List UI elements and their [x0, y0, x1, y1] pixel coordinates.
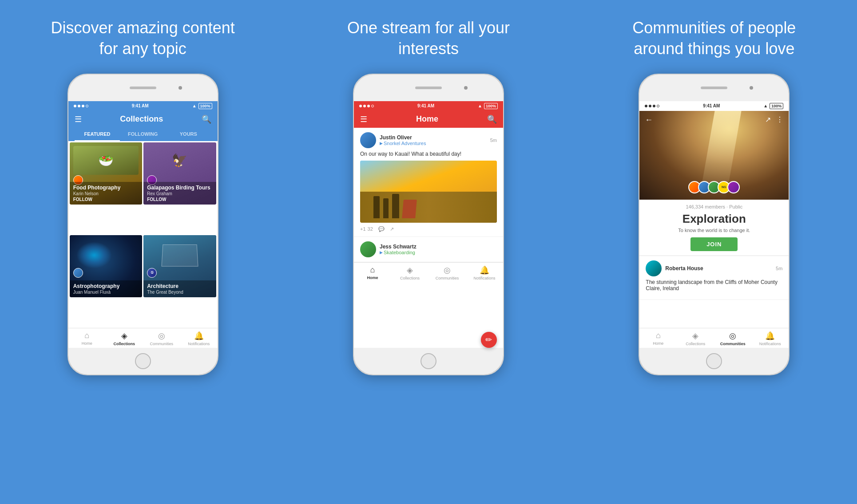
nav-communities-label-3: Communities	[720, 342, 746, 346]
post-preview-info: Jess Schwartz ▶ Skateboarding	[380, 244, 417, 255]
status-time-3: 9:41 AM	[703, 103, 720, 108]
avatar-juan	[73, 268, 83, 278]
nav-notif-label-1: Notifications	[188, 342, 210, 346]
dot2-2	[363, 105, 366, 107]
speaker-2	[415, 87, 442, 89]
home-button-2[interactable]	[421, 353, 436, 369]
compose-fab[interactable]: ✏	[481, 332, 497, 348]
status-right-3: ▲ 100%	[763, 103, 783, 109]
communities-icon-1: ◎	[158, 331, 165, 341]
dot3-4	[657, 105, 659, 107]
nav-home-label-2: Home	[367, 276, 378, 280]
phone-top-3	[639, 75, 789, 101]
plus-one-count: 32	[368, 226, 373, 232]
card-author-food: Karin Nelson	[73, 191, 139, 196]
tab-yours[interactable]: YOURS	[166, 128, 211, 141]
nav-home-2[interactable]: ⌂ Home	[354, 265, 391, 280]
post-username-1: Justin Oliver	[380, 134, 487, 141]
share-icon-3[interactable]: ↗	[765, 115, 771, 125]
home-button-1[interactable]	[135, 353, 151, 369]
search-icon-1[interactable]: 🔍	[202, 114, 211, 124]
nav-communities-1[interactable]: ◎ Communities	[143, 331, 180, 346]
community-header-icons: ← ↗ ⋮	[639, 115, 789, 125]
dot3-1	[645, 105, 647, 107]
roberta-info: Roberta House	[665, 265, 772, 272]
nav-communities-label-1: Communities	[150, 342, 173, 346]
next-post-community[interactable]: ▶ Skateboarding	[380, 250, 417, 255]
card-food-photography[interactable]: 🥗 Food Photography Karin Nelson FOLLOW	[70, 142, 143, 205]
community-desc: To know the world is to change it.	[646, 228, 782, 233]
post-community-1[interactable]: ▶ Snorkel Adventures	[380, 141, 487, 146]
plus-one-btn[interactable]: +1 32	[360, 226, 373, 232]
nav-communities-3[interactable]: ◎ Communities	[714, 331, 751, 346]
menu-icon-1[interactable]: ☰	[75, 114, 82, 124]
post-card-1: Justin Oliver ▶ Snorkel Adventures 5m On…	[354, 128, 503, 237]
nav-home-1[interactable]: ⌂ Home	[68, 331, 106, 346]
nav-notifications-3[interactable]: 🔔 Notifications	[751, 331, 789, 346]
post-card-preview: Jess Schwartz ▶ Skateboarding	[354, 237, 503, 262]
nav-collections-2[interactable]: ◈ Collections	[391, 265, 428, 280]
back-icon[interactable]: ←	[645, 115, 653, 125]
signal-dots-1	[74, 105, 88, 107]
header-actions: ↗ ⋮	[765, 115, 783, 125]
battery-3: 100%	[770, 103, 783, 109]
nav-communities-label-2: Communities	[436, 276, 459, 280]
panel-stream: One stream for all your interests 9:41 A…	[286, 0, 571, 504]
dot3-3	[653, 105, 655, 107]
panel2-title: One stream for all your interests	[331, 18, 526, 59]
card-architecture[interactable]: ① Architecture The Great Beyond	[143, 235, 216, 297]
post-image-1	[360, 161, 497, 223]
search-icon-2[interactable]: 🔍	[487, 114, 497, 124]
wifi-icon-3: ▲	[763, 103, 768, 108]
nav-home-3[interactable]: ⌂ Home	[639, 331, 677, 346]
card-title-astro: Astrophotography	[73, 283, 139, 289]
status-time-2: 9:41 AM	[417, 103, 434, 108]
nebula-visual	[76, 242, 112, 268]
tab-following[interactable]: FOLLOWING	[120, 128, 166, 141]
more-icon[interactable]: ⋮	[776, 115, 783, 125]
battery-2: 100%	[484, 103, 498, 109]
nav-communities-2[interactable]: ◎ Communities	[428, 265, 466, 280]
community-name: Exploration	[646, 212, 782, 226]
share-btn[interactable]: ↗	[390, 226, 394, 232]
collections-icon-2: ◈	[407, 265, 413, 275]
menu-icon-2[interactable]: ☰	[360, 114, 367, 124]
bottom-nav-3: ⌂ Home ◈ Collections ◎ Communities 🔔 Not…	[639, 328, 789, 348]
phone-2: 9:41 AM ▲ 100% ☰ Home 🔍	[353, 74, 504, 375]
card-astro[interactable]: Astrophotography Juan Manuel Fluxà	[70, 235, 143, 297]
nav-collections-label-2: Collections	[400, 276, 420, 280]
share-icon: ↗	[390, 226, 394, 232]
roberta-avatar	[646, 260, 662, 276]
card-galapagos[interactable]: 🦅 Galapagos Birding Tours Rex Graham FOL…	[143, 142, 216, 205]
post-actions-1: +1 32 💬 ↗	[360, 226, 497, 232]
nav-notifications-2[interactable]: 🔔 Notifications	[466, 265, 503, 280]
status-right-1: ▲ 100%	[192, 103, 212, 109]
card-follow-galapagos[interactable]: FOLLOW	[147, 197, 213, 202]
collections-grid: 🥗 Food Photography Karin Nelson FOLLOW	[68, 141, 218, 328]
nav-collections-1[interactable]: ◈ Collections	[106, 331, 143, 346]
header-title-2: Home	[416, 114, 438, 124]
tab-featured[interactable]: FEATURED	[75, 128, 120, 141]
join-button[interactable]: JOIN	[690, 237, 738, 251]
nav-notifications-1[interactable]: 🔔 Notifications	[180, 331, 218, 346]
phone-1: 9:41 AM ▲ 100% ☰ Collections 🔍 FEATURED …	[67, 74, 218, 375]
card-overlay-arch: Architecture The Great Beyond	[143, 280, 216, 297]
nav-collections-3[interactable]: ◈ Collections	[677, 331, 714, 346]
nav-notif-label-2: Notifications	[473, 276, 495, 280]
card-follow-food[interactable]: FOLLOW	[73, 197, 139, 202]
speaker-1	[130, 87, 156, 89]
dot3-2	[649, 105, 651, 107]
card-title-food: Food Photography	[73, 185, 139, 191]
home-button-3[interactable]	[706, 353, 722, 369]
compose-icon: ✏	[485, 335, 492, 345]
screen-2: 9:41 AM ▲ 100% ☰ Home 🔍	[354, 101, 503, 348]
card-author-astro: Juan Manuel Fluxà	[73, 290, 139, 295]
members-count: 146,334 members · Public	[646, 204, 782, 209]
post-header-1: Justin Oliver ▶ Snorkel Adventures 5m	[360, 132, 497, 148]
notif-icon-1: 🔔	[194, 331, 204, 341]
comment-btn[interactable]: 💬	[378, 226, 385, 232]
dot3	[82, 105, 84, 107]
notif-icon-2: 🔔	[480, 265, 489, 275]
roberta-time: 5m	[776, 266, 782, 271]
phone-top-1	[68, 75, 218, 101]
